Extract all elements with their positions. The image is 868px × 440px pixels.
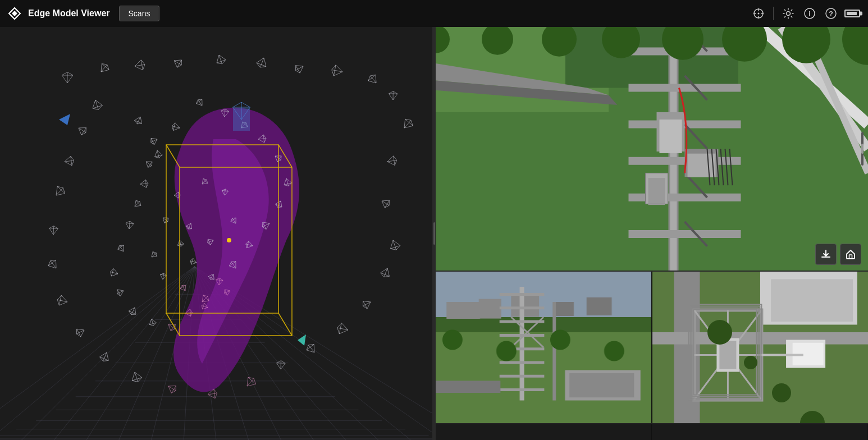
info-icon[interactable]: i — [801, 4, 819, 22]
svg-marker-1 — [12, 11, 17, 16]
thumbnail-canvas-1 — [436, 272, 651, 423]
home-button[interactable] — [840, 244, 861, 265]
divider-handle — [433, 222, 435, 245]
image-action-buttons — [815, 244, 861, 265]
scroll-indicator — [861, 132, 864, 166]
right-panel — [436, 27, 868, 440]
bottom-thumb-2 — [652, 424, 868, 440]
thumbnail-canvas-2 — [652, 272, 868, 423]
main-image-viewer[interactable] — [436, 27, 868, 271]
toolbar: Edge Model Viewer Scans i — [0, 0, 868, 27]
thumbnail-1[interactable] — [436, 272, 652, 423]
svg-text:i: i — [808, 10, 810, 18]
settings-icon[interactable] — [779, 4, 797, 22]
battery-icon — [843, 4, 861, 22]
main-image-canvas — [436, 27, 868, 271]
svg-point-7 — [758, 13, 760, 15]
download-button[interactable] — [815, 244, 837, 265]
svg-rect-13 — [849, 255, 852, 259]
header-actions: i ? — [750, 4, 861, 22]
main-content — [0, 27, 868, 440]
scans-button[interactable]: Scans — [119, 6, 160, 21]
svg-text:?: ? — [829, 10, 833, 18]
scroll-thumb — [861, 144, 864, 154]
3d-viewer[interactable] — [0, 27, 432, 440]
thumbnail-strip — [436, 271, 868, 423]
bottom-thumb-1 — [436, 424, 652, 440]
3d-viewport-canvas — [0, 27, 432, 440]
help-icon[interactable]: ? — [822, 4, 840, 22]
thumbnail-2[interactable] — [652, 272, 868, 423]
svg-point-8 — [787, 12, 791, 16]
app-title: Edge Model Viewer — [28, 8, 110, 19]
header-divider-1 — [773, 7, 774, 20]
app-logo-icon — [7, 6, 22, 21]
crosshair-icon[interactable] — [750, 4, 768, 22]
bottom-thumbnail-strip — [436, 423, 868, 440]
